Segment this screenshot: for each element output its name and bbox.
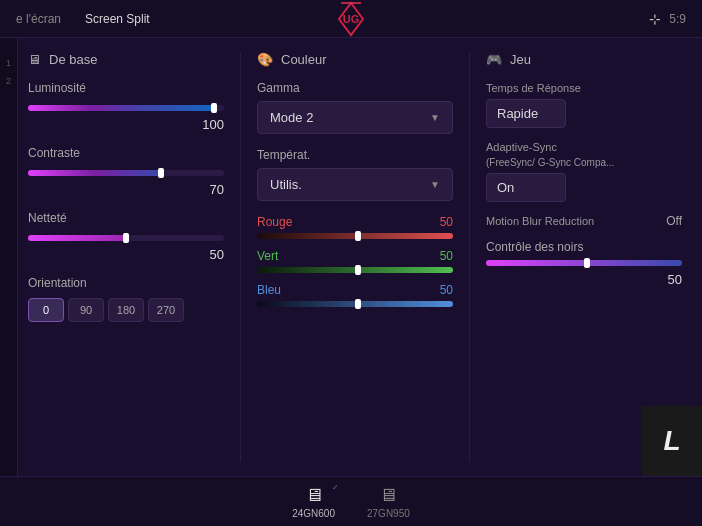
monitor-item-2[interactable]: 🖥 27GN950 <box>367 485 410 519</box>
bottom-bar: 🖥 24GN600 🖥 27GN950 <box>0 476 702 526</box>
section-base-header: 🖥 De base <box>28 52 224 67</box>
nettete-fill <box>28 235 126 241</box>
vert-value: 50 <box>440 249 453 263</box>
vert-thumb <box>355 265 361 275</box>
rouge-slider[interactable] <box>257 233 453 239</box>
adaptive-sync-label: Adaptive-Sync(FreeSync/ G-Sync Compa... <box>486 140 682 169</box>
logo-container: UG <box>311 0 391 38</box>
contraste-thumb <box>158 168 164 178</box>
watermark: L <box>642 406 702 476</box>
bleu-slider[interactable] <box>257 301 453 307</box>
temps-reponse-label: Temps de Réponse <box>486 81 682 95</box>
temperat-dropdown[interactable]: Utilis. ▼ <box>257 168 453 201</box>
section-base-title: De base <box>49 52 97 67</box>
controle-noirs-thumb <box>584 258 590 268</box>
bleu-value: 50 <box>440 283 453 297</box>
top-bar: e l'écran Screen Split UG ⊹ 5:9 <box>0 0 702 38</box>
adaptive-sync-group: Adaptive-Sync(FreeSync/ G-Sync Compa... … <box>486 140 682 202</box>
nettete-thumb <box>123 233 129 243</box>
vert-label: Vert <box>257 249 278 263</box>
section-jeu-title: Jeu <box>510 52 531 67</box>
rouge-header: Rouge 50 <box>257 215 453 229</box>
orientation-btn-270[interactable]: 270 <box>148 298 184 322</box>
monitor-label-1: 24GN600 <box>292 508 335 519</box>
luminosite-value: 100 <box>28 117 224 132</box>
jeu-icon: 🎮 <box>486 52 502 67</box>
vert-header: Vert 50 <box>257 249 453 263</box>
time-display: 5:9 <box>669 12 686 26</box>
monitor-small-icon: 🖥 <box>28 52 41 67</box>
luminosite-label: Luminosité <box>28 81 224 95</box>
nettete-value: 50 <box>28 247 224 262</box>
controle-noirs-group: Contrôle des noirs 50 <box>486 240 682 287</box>
gamma-value: Mode 2 <box>270 110 313 125</box>
temps-reponse-value[interactable]: Rapide <box>486 99 566 128</box>
orientation-btn-90[interactable]: 90 <box>68 298 104 322</box>
controle-noirs-value: 50 <box>486 272 682 287</box>
svg-text:UG: UG <box>343 13 360 25</box>
section-couleur-header: 🎨 Couleur <box>257 52 453 67</box>
contraste-group: Contraste 70 <box>28 146 224 197</box>
monitor-label-2: 27GN950 <box>367 508 410 519</box>
section-base: 🖥 De base Luminosité 100 Contraste <box>28 52 241 462</box>
section-couleur: 🎨 Couleur Gamma Mode 2 ▼ Températ. Utili… <box>241 52 470 462</box>
side-item-1[interactable]: 1 <box>6 58 11 68</box>
lg-logo: UG <box>321 1 381 37</box>
top-bar-nav: e l'écran Screen Split <box>16 12 150 26</box>
rouge-thumb <box>355 231 361 241</box>
luminosite-track <box>28 105 224 111</box>
rouge-label: Rouge <box>257 215 292 229</box>
monitor-icon-1: 🖥 <box>305 485 323 506</box>
nav-screensplit[interactable]: Screen Split <box>85 12 150 26</box>
controle-noirs-label: Contrôle des noirs <box>486 240 682 254</box>
bleu-label: Bleu <box>257 283 281 297</box>
controle-noirs-slider[interactable] <box>486 260 682 266</box>
motion-blur-group: Motion Blur Reduction Off <box>486 214 682 228</box>
bleu-header: Bleu 50 <box>257 283 453 297</box>
contraste-label: Contraste <box>28 146 224 160</box>
orientation-buttons: 0 90 180 270 <box>28 298 224 322</box>
nettete-label: Netteté <box>28 211 224 225</box>
section-jeu-header: 🎮 Jeu <box>486 52 682 67</box>
gamma-dropdown[interactable]: Mode 2 ▼ <box>257 101 453 134</box>
motion-blur-label: Motion Blur Reduction <box>486 215 594 227</box>
contraste-slider[interactable] <box>28 166 224 180</box>
watermark-text: L <box>663 425 680 457</box>
top-bar-right: ⊹ 5:9 <box>649 11 686 27</box>
section-jeu: 🎮 Jeu Temps de Réponse Rapide Adaptive-S… <box>470 52 682 462</box>
monitor-item-1[interactable]: 🖥 24GN600 <box>292 485 335 519</box>
luminosite-fill <box>28 105 214 111</box>
contraste-value: 70 <box>28 182 224 197</box>
bleu-group: Bleu 50 <box>257 283 453 307</box>
motion-blur-value: Off <box>666 214 682 228</box>
rouge-group: Rouge 50 <box>257 215 453 239</box>
section-couleur-title: Couleur <box>281 52 327 67</box>
nav-lecran[interactable]: e l'écran <box>16 12 61 26</box>
bleu-thumb <box>355 299 361 309</box>
luminosite-group: Luminosité 100 <box>28 81 224 132</box>
vert-slider[interactable] <box>257 267 453 273</box>
orientation-label: Orientation <box>28 276 224 290</box>
main-content: 🖥 De base Luminosité 100 Contraste <box>0 38 702 476</box>
nettete-slider[interactable] <box>28 231 224 245</box>
monitor-icon-2: 🖥 <box>379 485 397 506</box>
luminosite-slider[interactable] <box>28 101 224 115</box>
side-item-2[interactable]: 2 <box>6 76 11 86</box>
orientation-btn-180[interactable]: 180 <box>108 298 144 322</box>
temperat-value: Utilis. <box>270 177 302 192</box>
temperat-dropdown-arrow: ▼ <box>430 179 440 190</box>
couleur-icon: 🎨 <box>257 52 273 67</box>
gamma-label: Gamma <box>257 81 453 95</box>
gamma-dropdown-arrow: ▼ <box>430 112 440 123</box>
cursor-icon: ⊹ <box>649 11 661 27</box>
side-nav: 1 2 <box>0 38 18 476</box>
vert-group: Vert 50 <box>257 249 453 273</box>
gamma-group: Gamma Mode 2 ▼ <box>257 81 453 134</box>
orientation-btn-0[interactable]: 0 <box>28 298 64 322</box>
temperat-label: Températ. <box>257 148 453 162</box>
adaptive-sync-value[interactable]: On <box>486 173 566 202</box>
rouge-value: 50 <box>440 215 453 229</box>
temps-reponse-group: Temps de Réponse Rapide <box>486 81 682 128</box>
nettete-group: Netteté 50 <box>28 211 224 262</box>
contraste-fill <box>28 170 161 176</box>
